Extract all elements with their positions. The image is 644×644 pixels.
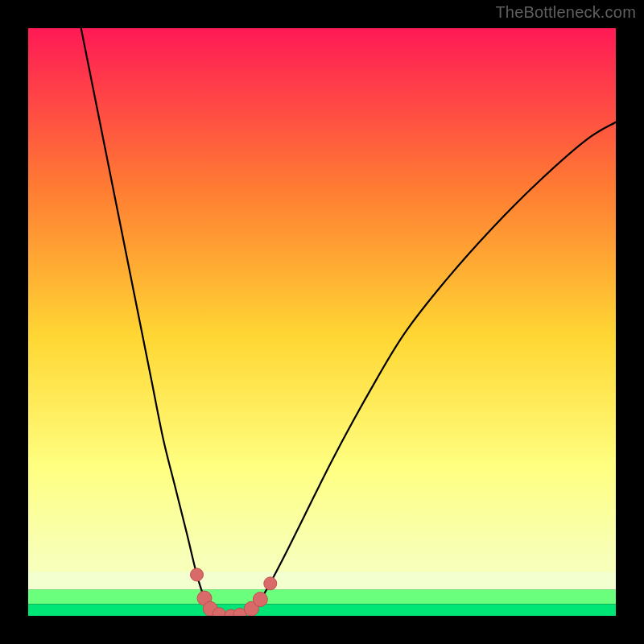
svg-rect-2 — [28, 604, 616, 616]
data-marker — [264, 577, 277, 590]
plot-area — [28, 28, 616, 616]
svg-rect-3 — [28, 572, 616, 589]
svg-rect-1 — [28, 589, 616, 604]
watermark-text: TheBottleneck.com — [495, 3, 636, 22]
chart-frame: TheBottleneck.com — [0, 0, 644, 644]
data-marker — [253, 592, 267, 607]
svg-rect-0 — [28, 28, 616, 589]
data-marker — [191, 568, 204, 581]
bottleneck-chart — [28, 28, 616, 616]
